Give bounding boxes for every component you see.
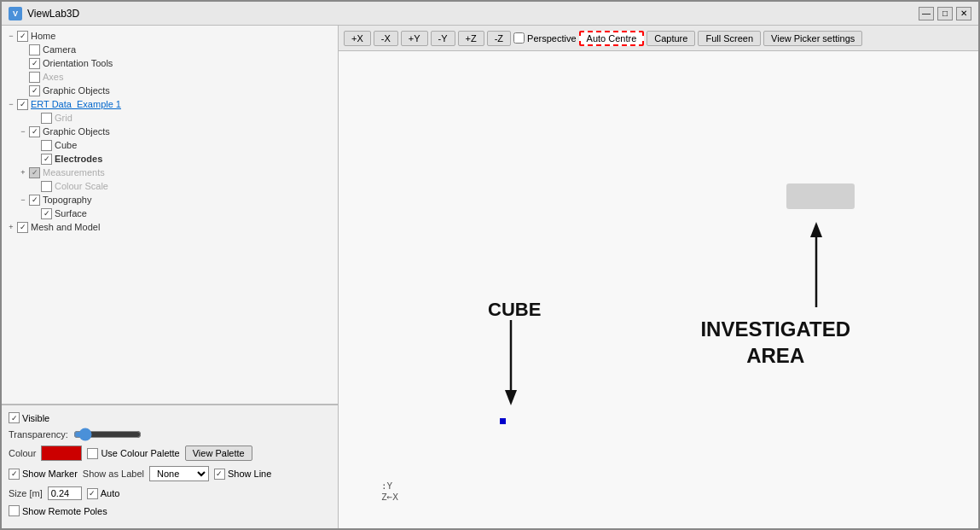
- label-home: Home: [31, 31, 55, 41]
- cube-dot: [500, 418, 506, 424]
- checkbox-axes[interactable]: [29, 72, 40, 83]
- show-line-checkbox[interactable]: [214, 469, 225, 480]
- tree-item-colour-scale[interactable]: Colour Scale: [2, 179, 338, 193]
- tree-item-camera[interactable]: Camera: [2, 43, 338, 56]
- checkbox-measurements[interactable]: [29, 167, 40, 178]
- visible-row: Visible: [9, 412, 331, 423]
- minus-x-button[interactable]: -X: [374, 31, 398, 46]
- tree-item-measurements[interactable]: + Measurements: [2, 166, 338, 179]
- show-remote-poles-checkbox[interactable]: [9, 505, 20, 516]
- auto-checkbox[interactable]: [87, 488, 98, 499]
- checkbox-camera[interactable]: [29, 44, 40, 55]
- tree-item-graphic-objects-home[interactable]: Graphic Objects: [2, 84, 338, 97]
- tree-item-graphic-objects-ert[interactable]: − Graphic Objects: [2, 125, 338, 138]
- label-orientation-tools: Orientation Tools: [43, 58, 113, 68]
- label-grid: Grid: [55, 113, 72, 123]
- label-cube: Cube: [55, 140, 77, 150]
- plus-y-button[interactable]: +Y: [401, 31, 428, 46]
- expand-mesh-model[interactable]: +: [5, 221, 17, 233]
- restore-button[interactable]: □: [937, 7, 953, 20]
- checkbox-electrodes[interactable]: [41, 154, 52, 165]
- visible-label: Visible: [22, 413, 49, 423]
- label-axes: Axes: [43, 72, 63, 82]
- size-label: Size [m]: [9, 488, 43, 498]
- expand-cube: [29, 139, 41, 151]
- tree-item-axes[interactable]: Axes: [2, 70, 338, 84]
- checkbox-cube[interactable]: [41, 140, 52, 151]
- perspective-label: Perspective: [527, 33, 576, 44]
- tree-item-orientation-tools[interactable]: Orientation Tools: [2, 56, 338, 70]
- show-marker-label[interactable]: Show Marker: [9, 469, 78, 480]
- show-remote-poles-text: Show Remote Poles: [22, 506, 107, 516]
- checkbox-grid[interactable]: [41, 113, 52, 124]
- auto-centre-button[interactable]: Auto Centre: [579, 31, 645, 46]
- show-marker-text: Show Marker: [22, 469, 78, 479]
- show-line-text: Show Line: [228, 469, 271, 479]
- size-input[interactable]: [48, 486, 82, 500]
- checkbox-topography[interactable]: [29, 195, 40, 206]
- transparency-label: Transparency:: [9, 429, 68, 440]
- expand-orientation-tools: [17, 57, 29, 69]
- show-remote-poles-label[interactable]: Show Remote Poles: [9, 505, 107, 516]
- visible-checkbox-label[interactable]: Visible: [9, 412, 49, 423]
- perspective-checkbox[interactable]: [513, 32, 525, 44]
- view-picker-settings-button[interactable]: View Picker settings: [763, 31, 862, 46]
- expand-graphic-objects-ert[interactable]: −: [17, 125, 29, 137]
- tree-item-home[interactable]: − Home: [2, 29, 338, 43]
- minus-y-button[interactable]: -Y: [431, 31, 455, 46]
- checkbox-home[interactable]: [17, 31, 28, 42]
- label-ert-data[interactable]: ERT Data_Example 1: [31, 99, 121, 109]
- show-as-label-text: Show as Label: [83, 469, 144, 479]
- capture-button[interactable]: Capture: [647, 31, 695, 46]
- tree-item-ert-data[interactable]: − ERT Data_Example 1: [2, 97, 338, 111]
- plus-z-button[interactable]: +Z: [458, 31, 484, 46]
- investigated-arrow-svg: [808, 222, 825, 307]
- close-button[interactable]: ✕: [956, 7, 971, 20]
- main-content: − Home Camera Orientation Tools: [2, 26, 978, 528]
- label-topography: Topography: [43, 195, 92, 205]
- checkbox-mesh-model[interactable]: [17, 222, 28, 233]
- expand-measurements[interactable]: +: [17, 166, 29, 178]
- show-line-label[interactable]: Show Line: [214, 469, 271, 480]
- checkbox-ert-data[interactable]: [17, 99, 28, 110]
- use-colour-palette-text: Use Colour Palette: [101, 448, 179, 458]
- perspective-checkbox-label[interactable]: Perspective: [513, 32, 576, 44]
- checkbox-colour-scale[interactable]: [41, 181, 52, 192]
- checkbox-surface[interactable]: [41, 208, 52, 219]
- expand-ert-data[interactable]: −: [5, 98, 17, 110]
- checkbox-graphic-objects-ert[interactable]: [29, 126, 40, 137]
- use-colour-palette-label[interactable]: Use Colour Palette: [87, 448, 179, 459]
- tree-item-surface[interactable]: Surface: [2, 207, 338, 220]
- colour-swatch[interactable]: [41, 446, 82, 461]
- fullscreen-button[interactable]: Full Screen: [698, 31, 761, 46]
- checkbox-graphic-objects-home[interactable]: [29, 85, 40, 96]
- label-graphic-objects-ert: Graphic Objects: [43, 126, 110, 137]
- tree-item-grid[interactable]: Grid: [2, 111, 338, 125]
- show-remote-poles-row: Show Remote Poles: [9, 505, 331, 516]
- auto-text: Auto: [101, 488, 120, 498]
- view-palette-button[interactable]: View Palette: [185, 446, 252, 461]
- expand-colour-scale: [29, 180, 41, 192]
- tree-item-mesh-model[interactable]: + Mesh and Model: [2, 220, 338, 234]
- checkbox-orientation-tools[interactable]: [29, 58, 40, 69]
- investigated-area-label: INVESTIGATEDAREA: [700, 316, 850, 369]
- auto-label[interactable]: Auto: [87, 488, 120, 499]
- main-window: V ViewLab3D — □ ✕ − Home: [0, 0, 980, 530]
- show-marker-row: Show Marker Show as Label None Show Line: [9, 466, 331, 481]
- tree-item-cube[interactable]: Cube: [2, 138, 338, 152]
- label-measurements: Measurements: [43, 167, 105, 178]
- minus-z-button[interactable]: -Z: [487, 31, 511, 46]
- transparency-slider[interactable]: [73, 428, 142, 440]
- transparency-slider-container: [73, 428, 142, 440]
- visible-checkbox[interactable]: [9, 412, 20, 423]
- show-marker-checkbox[interactable]: [9, 469, 20, 480]
- show-as-label-dropdown[interactable]: None: [149, 466, 209, 481]
- expand-home[interactable]: −: [5, 30, 17, 42]
- minimize-button[interactable]: —: [919, 7, 934, 20]
- plus-x-button[interactable]: +X: [344, 31, 371, 46]
- tree-item-electrodes[interactable]: Electrodes: [2, 152, 338, 166]
- colour-label: Colour: [9, 448, 36, 458]
- use-colour-palette-checkbox[interactable]: [87, 448, 98, 459]
- tree-item-topography[interactable]: − Topography: [2, 193, 338, 207]
- expand-topography[interactable]: −: [17, 194, 29, 206]
